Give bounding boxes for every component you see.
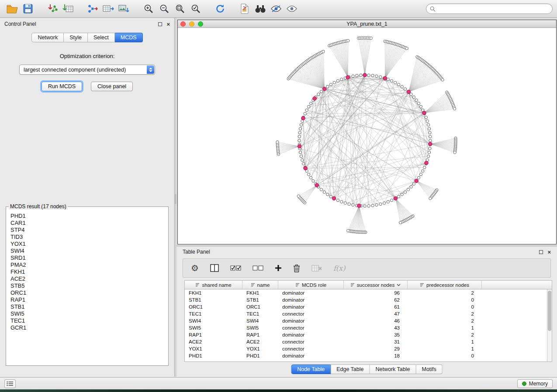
table-row[interactable]: ORC1ORC1dominator610 (185, 303, 552, 310)
hide-details-icon (270, 5, 282, 13)
select-all-rows-button[interactable] (230, 265, 241, 271)
table-row[interactable]: SWI5SWI5connector431 (185, 324, 552, 331)
cell-predecessor-nodes: 2 (408, 311, 482, 316)
run-mcds-button[interactable]: Run MCDS (42, 82, 82, 91)
table-settings-button[interactable]: ⚙ (191, 264, 199, 272)
zoom-out-button[interactable] (156, 2, 172, 16)
cell-successor-nodes: 62 (344, 297, 408, 303)
table-row[interactable]: YOX1YOX1connector291 (185, 345, 552, 352)
import-table-button[interactable] (60, 2, 76, 16)
column-header-MCDS-role[interactable]: MCDS role (278, 281, 344, 289)
delete-row-button[interactable] (293, 264, 300, 272)
tab-style[interactable]: Style (64, 33, 88, 42)
cell-MCDS-role: dominator (278, 297, 344, 303)
table-scrollbar[interactable] (547, 289, 552, 361)
column-header-predecessor-nodes[interactable]: predecessor nodes (408, 281, 482, 289)
zoom-in-button[interactable] (141, 2, 156, 16)
document-share-icon (240, 3, 249, 14)
tab-mcds[interactable]: MCDS (115, 33, 143, 42)
criterion-select[interactable]: largest connected component (undirected) (19, 65, 155, 75)
network-window-titlebar[interactable]: YPA_prune.txt_1 (178, 20, 556, 28)
mcds-result-item[interactable]: STP4 (10, 227, 167, 234)
tab-motifs[interactable]: Motifs (416, 364, 442, 374)
mcds-result-item[interactable]: SWI4 (10, 248, 167, 254)
tab-node-table[interactable]: Node Table (291, 364, 331, 374)
export-table-button[interactable] (100, 2, 116, 16)
mcds-result-item[interactable]: ACE2 (10, 275, 167, 282)
column-header-shared-name[interactable]: shared name (185, 281, 242, 289)
add-row-button[interactable] (275, 265, 282, 272)
select-filter-button[interactable] (268, 2, 284, 16)
column-header-successor-nodes[interactable]: successor nodes (344, 281, 408, 289)
column-header-name[interactable]: name (242, 281, 278, 289)
table-row[interactable]: RAP1RAP1dominator352 (185, 331, 552, 338)
close-panel-icon[interactable]: × (166, 22, 170, 26)
mcds-result-item[interactable]: PMA2 (10, 261, 167, 268)
checked-boxes-icon (230, 265, 241, 271)
network-canvas[interactable] (178, 28, 556, 244)
mcds-result-item[interactable]: SWI5 (10, 310, 167, 317)
table-row[interactable]: FKH1FKH1dominator962 (185, 289, 552, 296)
table-row[interactable]: STB1STB1dominator620 (185, 296, 552, 303)
mcds-result-item[interactable]: RAP1 (10, 296, 167, 303)
memory-button[interactable]: Memory (517, 379, 553, 388)
table-row[interactable]: TEC1TEC1connector472 (185, 310, 552, 317)
zoom-fit-button[interactable] (172, 2, 188, 16)
scrollbar-thumb[interactable] (548, 291, 551, 331)
select-stepper-icon[interactable] (147, 65, 154, 74)
export-network-button[interactable] (85, 2, 100, 16)
table-panel-header: Table Panel × (176, 246, 557, 258)
function-builder-button[interactable]: f(x) (333, 264, 345, 272)
cell-successor-nodes: 43 (344, 325, 408, 330)
table-row[interactable]: SWI4SWI4dominator462 (185, 317, 552, 324)
table-panel: Table Panel × ⚙ (176, 246, 557, 377)
table-row[interactable]: ACE2ACE2connector311 (185, 338, 552, 345)
table-row[interactable]: PHD1PHD1dominator180 (185, 352, 552, 359)
show-hide-graphics-button[interactable] (284, 2, 300, 16)
mcds-result-item[interactable]: ORC1 (10, 289, 167, 296)
control-panel: Control Panel × NetworkStyleSelectMCDS O… (0, 18, 175, 377)
deselect-all-rows-button[interactable] (253, 265, 263, 271)
export-image-button[interactable] (116, 2, 132, 16)
task-history-button[interactable] (4, 379, 16, 388)
search-input[interactable] (438, 6, 549, 12)
tab-select[interactable]: Select (88, 33, 115, 42)
mcds-result-item[interactable]: PHD1 (10, 213, 167, 220)
column-visibility-button[interactable] (210, 264, 219, 272)
mcds-result-item[interactable]: FKH1 (10, 268, 167, 275)
import-network-button[interactable] (45, 2, 60, 16)
node-table: shared namenameMCDS rolesuccessor nodesp… (184, 280, 552, 362)
memory-status-icon (522, 382, 526, 386)
delete-table-button[interactable] (311, 265, 322, 272)
mcds-result-item[interactable]: TID3 (10, 234, 167, 241)
cell-predecessor-nodes: 1 (408, 325, 482, 330)
sort-bars-icon (195, 283, 200, 287)
tab-network[interactable]: Network (31, 33, 64, 42)
mcds-result-list[interactable]: PHD1CAR1STP4TID3YOX1SWI4SRD1PMA2FKH1ACE2… (7, 210, 167, 364)
zoom-selected-icon (190, 3, 201, 14)
open-session-button[interactable] (4, 2, 20, 16)
zoom-in-icon (143, 3, 154, 14)
mcds-result-item[interactable]: STB5 (10, 282, 167, 289)
close-table-panel-icon[interactable]: × (547, 250, 551, 254)
float-table-panel-icon[interactable] (539, 250, 543, 254)
mcds-result-item[interactable]: YOX1 (10, 241, 167, 248)
mcds-result-item[interactable]: TEC1 (10, 317, 167, 324)
zoom-selected-button[interactable] (188, 2, 204, 16)
apply-layout-button[interactable] (212, 2, 228, 16)
cell-name: TEC1 (242, 311, 278, 316)
tab-network-table[interactable]: Network Table (370, 364, 416, 374)
open-folder-icon (7, 4, 18, 14)
tab-edge-table[interactable]: Edge Table (331, 364, 370, 374)
mcds-result-item[interactable]: GCR1 (10, 324, 167, 331)
find-button[interactable] (253, 2, 268, 16)
float-panel-icon[interactable] (158, 22, 162, 26)
cell-shared-name: SWI4 (185, 318, 242, 323)
mcds-result-item[interactable]: SRD1 (10, 254, 167, 261)
close-panel-button[interactable]: Close panel (91, 82, 133, 91)
save-session-button[interactable] (20, 2, 36, 16)
mcds-result-item[interactable]: CAR1 (10, 220, 167, 227)
cell-predecessor-nodes: 0 (408, 297, 482, 303)
open-in-cybrowser-button[interactable] (237, 2, 253, 16)
mcds-result-item[interactable]: STB1 (10, 303, 167, 310)
